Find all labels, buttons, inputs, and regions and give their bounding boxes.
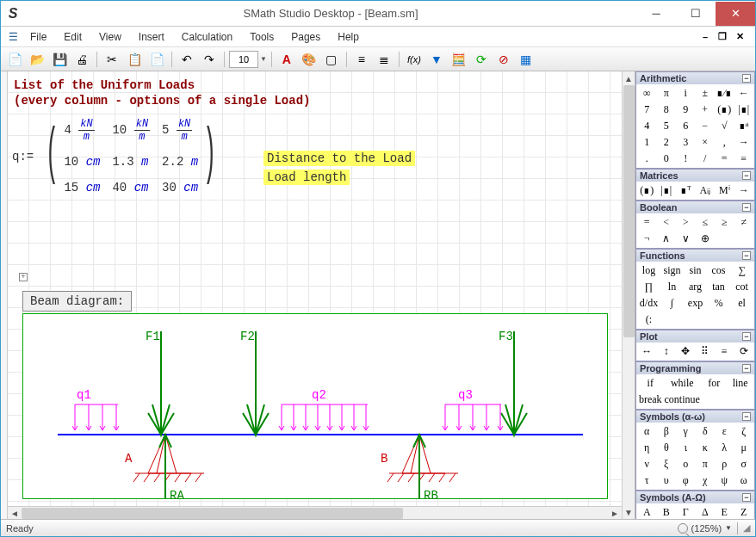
palette-button[interactable]: el xyxy=(731,296,753,311)
palette-button[interactable]: |∎| xyxy=(735,102,753,117)
palette-button[interactable]: . xyxy=(638,151,656,166)
menu-view[interactable]: View xyxy=(90,28,130,46)
palette-button[interactable]: σ xyxy=(735,457,753,472)
palette-button[interactable]: sign xyxy=(661,263,683,278)
mdi-minimize-button[interactable]: – xyxy=(698,30,712,44)
scroll-down-icon[interactable]: ▼ xyxy=(623,505,635,519)
palette-button[interactable]: 1 xyxy=(638,135,656,150)
palette-button[interactable]: 5 xyxy=(658,119,676,133)
palette-button[interactable]: = xyxy=(638,215,656,230)
collapse-icon[interactable]: − xyxy=(742,364,751,373)
save-button[interactable]: 💾 xyxy=(49,50,70,69)
palette-button[interactable]: > xyxy=(677,215,695,230)
mdi-close-button[interactable]: ✕ xyxy=(733,30,747,44)
palette-button[interactable]: ← xyxy=(735,86,753,101)
palette-button[interactable]: η xyxy=(638,441,656,455)
collapse-icon[interactable]: − xyxy=(742,251,751,260)
palette-button[interactable]: 0 xyxy=(658,151,676,166)
stop-button[interactable]: ⊘ xyxy=(493,50,514,69)
palette-button[interactable]: 2 xyxy=(658,135,676,150)
palette-button[interactable]: ≤ xyxy=(697,215,715,230)
palette-button[interactable]: d/dx xyxy=(638,296,660,311)
palette-button[interactable]: = xyxy=(716,151,734,166)
palette-button[interactable]: 3 xyxy=(677,135,695,150)
menu-tools[interactable]: Tools xyxy=(241,28,282,46)
palette-button[interactable]: λ xyxy=(716,441,734,455)
palette-button[interactable]: ∞ xyxy=(638,86,656,101)
cut-button[interactable]: ✂ xyxy=(102,50,122,69)
palette-button[interactable]: ∧ xyxy=(658,231,676,246)
palette-button[interactable]: for xyxy=(702,376,727,391)
palette-button[interactable]: ζ xyxy=(735,424,753,439)
recalc-button[interactable]: ⟳ xyxy=(471,50,492,69)
palette-button[interactable] xyxy=(685,312,706,327)
menu-insert[interactable]: Insert xyxy=(130,28,173,46)
zoom-level[interactable]: (125%) xyxy=(691,523,722,534)
palette-button[interactable]: × xyxy=(697,135,715,150)
palette-button[interactable]: ✥ xyxy=(677,344,695,359)
text-color-button[interactable]: A xyxy=(276,50,297,69)
menu-file[interactable]: File xyxy=(22,28,55,46)
palette-button[interactable]: φ xyxy=(677,473,695,488)
matrix-definition[interactable]: q:= ( 4 kNm 10 kNm 5 kNm 10 cm 1.3 m 2.2… xyxy=(12,118,228,194)
menu-calculation[interactable]: Calculation xyxy=(173,28,241,46)
palette-button[interactable] xyxy=(661,312,683,327)
palette-button[interactable]: ∎⁄∎ xyxy=(716,86,734,101)
palette-button[interactable]: Γ xyxy=(677,505,695,519)
palette-button[interactable]: β xyxy=(658,424,676,439)
palette-button[interactable]: (∎) xyxy=(716,102,734,117)
palette-button[interactable]: ¬ xyxy=(638,231,656,246)
maximize-button[interactable]: ☐ xyxy=(676,2,716,26)
scroll-up-icon[interactable]: ▲ xyxy=(623,71,635,85)
calc-button[interactable]: 🧮 xyxy=(449,50,469,69)
palette-button[interactable]: π xyxy=(697,457,715,472)
palette-button[interactable]: ∎ⁿ xyxy=(735,119,753,133)
palette-button[interactable]: Δ xyxy=(697,505,715,519)
palette-button[interactable]: (∎) xyxy=(638,183,656,198)
note-distance[interactable]: Distance to the Load xyxy=(263,151,415,166)
beam-diagram[interactable]: F1 F2 F3 xyxy=(22,313,608,499)
palette-button[interactable]: ⟳ xyxy=(735,344,753,359)
palette-button[interactable]: − xyxy=(697,119,715,133)
scroll-right-icon[interactable]: ► xyxy=(608,507,622,520)
palette-button[interactable]: ↔ xyxy=(638,344,656,359)
palette-button[interactable]: ≡ xyxy=(716,344,734,359)
palette-button[interactable]: < xyxy=(658,215,676,230)
palette-button[interactable]: Ζ xyxy=(735,505,753,519)
palette-button[interactable]: 9 xyxy=(677,102,695,117)
palette-button[interactable]: Ε xyxy=(716,505,734,519)
v-scrollbar[interactable]: ▲ ▼ xyxy=(622,71,635,519)
zoom-dropdown-icon[interactable]: ▼ xyxy=(725,524,732,532)
note-length[interactable]: Load length xyxy=(263,170,350,185)
palette-button[interactable]: ⊕ xyxy=(697,231,715,246)
heading-line-1[interactable]: List of the Uniform Loads xyxy=(14,78,195,92)
palette-button[interactable]: α xyxy=(638,424,656,439)
palette-button[interactable]: cos xyxy=(708,263,729,278)
palette-button[interactable]: ο xyxy=(677,457,695,472)
palette-button[interactable]: ι xyxy=(677,441,695,455)
palette-button[interactable]: + xyxy=(697,102,715,117)
copy-button[interactable]: 📋 xyxy=(124,50,145,69)
palette-button[interactable]: θ xyxy=(658,441,676,455)
palette-button[interactable]: exp xyxy=(685,296,706,311)
app-menu-icon[interactable]: ☰ xyxy=(4,31,22,43)
palette-button[interactable]: ε xyxy=(716,424,734,439)
palette-button[interactable]: π xyxy=(658,86,676,101)
font-size-input[interactable]: 10 xyxy=(229,51,258,68)
palette-button[interactable]: ≠ xyxy=(735,215,753,230)
palette-button[interactable]: ∨ xyxy=(677,231,695,246)
scroll-left-icon[interactable]: ◄ xyxy=(8,507,22,520)
redo-button[interactable]: ↷ xyxy=(199,50,220,69)
palette-button[interactable]: ! xyxy=(677,151,695,166)
palette-button[interactable]: ln xyxy=(661,280,683,294)
palette-button[interactable]: Β xyxy=(658,505,676,519)
palette-button[interactable]: Aᵢⱼ xyxy=(697,183,715,198)
open-button[interactable]: 📂 xyxy=(27,50,47,69)
print-button[interactable]: 🖨 xyxy=(71,50,92,69)
region-expand-handle[interactable]: + xyxy=(19,273,28,281)
palette-button[interactable]: ξ xyxy=(658,457,676,472)
palette-button[interactable]: continue xyxy=(665,392,700,407)
palette-button[interactable]: ↕ xyxy=(658,344,676,359)
palette-button[interactable]: , xyxy=(716,135,734,150)
palette-button[interactable]: ∫ xyxy=(661,296,683,311)
